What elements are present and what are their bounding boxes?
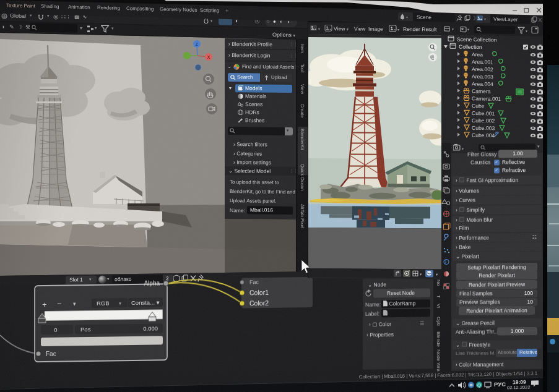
svg-text:▾: ▾ [210, 19, 212, 23]
svg-text:−: − [57, 299, 62, 309]
svg-text:Collection: Collection [459, 43, 482, 50]
svg-text:Color2: Color2 [249, 299, 269, 307]
svg-text:Cube.002: Cube.002 [472, 117, 495, 124]
svg-text:▾: ▾ [467, 28, 469, 32]
svg-text:Camera: Camera [472, 88, 491, 95]
svg-text:Area.004: Area.004 [472, 81, 493, 88]
svg-text:▾: ▾ [436, 272, 438, 276]
svg-text:▾: ▾ [73, 300, 76, 307]
svg-text:Pos: Pos [80, 326, 91, 333]
svg-text:Cube: Cube [472, 103, 485, 109]
svg-text:0: 0 [54, 326, 57, 333]
svg-text:Scene Collection: Scene Collection [457, 36, 497, 43]
svg-text:РУС: РУС [494, 381, 506, 388]
svg-text:0.000: 0.000 [143, 325, 158, 331]
svg-text:Q: Q [477, 382, 481, 388]
svg-text:▾: ▾ [318, 27, 320, 31]
svg-text:Fac: Fac [46, 351, 56, 357]
svg-text:▾: ▾ [462, 147, 464, 151]
svg-text:RGB: RGB [97, 300, 110, 307]
svg-text:Cube.004: Cube.004 [472, 132, 495, 139]
svg-text:Area: Area [472, 51, 483, 58]
svg-text:Cube.003: Cube.003 [472, 125, 495, 132]
svg-text:Camera.001: Camera.001 [472, 95, 501, 102]
svg-text:Fac: Fac [249, 279, 259, 285]
svg-text:▾: ▾ [420, 272, 422, 276]
svg-text:▾: ▾ [526, 29, 527, 33]
svg-text:Consta... ▾: Consta... ▾ [131, 299, 160, 306]
svg-text:Area.001: Area.001 [472, 59, 493, 66]
svg-text:X: X [207, 55, 210, 59]
svg-text:▾: ▾ [397, 28, 399, 32]
svg-text:Cube.001: Cube.001 [472, 110, 495, 117]
svg-text:▾: ▾ [119, 300, 121, 306]
svg-text:Color1: Color1 [249, 289, 269, 296]
svg-text:Alpha: Alpha [144, 279, 160, 286]
svg-text:+: + [42, 300, 47, 309]
svg-text:Z: Z [196, 42, 199, 46]
svg-text:Area.002: Area.002 [472, 66, 493, 73]
svg-text:▾: ▾ [452, 27, 454, 31]
svg-text:Area.003: Area.003 [472, 74, 493, 80]
